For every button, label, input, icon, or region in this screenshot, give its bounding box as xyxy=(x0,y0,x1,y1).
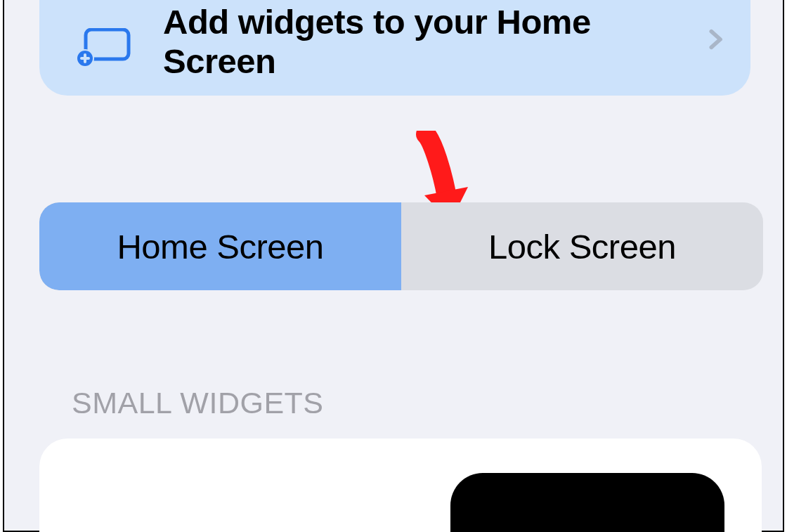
chevron-right-icon xyxy=(701,25,729,53)
screen-type-segmented-control: Home Screen Lock Screen xyxy=(39,202,763,290)
widgets-card xyxy=(39,439,762,532)
tab-label: Lock Screen xyxy=(488,227,676,266)
section-header-small-widgets: SMALL WIDGETS xyxy=(72,386,324,420)
banner-title: Add widgets to your Home Screen xyxy=(163,2,701,82)
tab-label: Home Screen xyxy=(117,227,323,266)
svg-rect-4 xyxy=(80,57,90,60)
small-widget-preview[interactable] xyxy=(450,473,724,532)
tab-home-screen[interactable]: Home Screen xyxy=(39,202,401,290)
page-content: Add widgets to your Home Screen Home Scr… xyxy=(3,0,784,532)
add-widget-icon xyxy=(74,28,131,67)
add-widgets-banner[interactable]: Add widgets to your Home Screen xyxy=(39,0,750,96)
tab-lock-screen[interactable]: Lock Screen xyxy=(401,202,763,290)
